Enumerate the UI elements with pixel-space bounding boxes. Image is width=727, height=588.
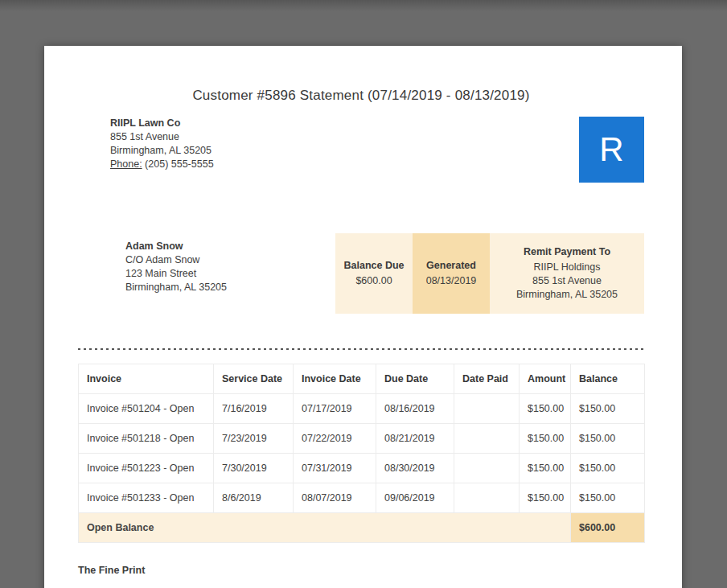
remit-label: Remit Payment To: [524, 245, 610, 259]
cell-amount: $150.00: [520, 424, 571, 454]
generated-value: 08/13/2019: [426, 274, 477, 288]
cell-balance: $150.00: [571, 394, 645, 424]
fine-print-section: The Fine Print Thank you for your busine…: [78, 565, 644, 588]
column-header-due-date: Due Date: [376, 364, 454, 394]
table-header-row: Invoice Service Date Invoice Date Due Da…: [79, 364, 645, 394]
customer-line3: Birmingham, AL 35205: [125, 281, 227, 294]
remit-line2: 855 1st Avenue: [532, 274, 602, 288]
cell-amount: $150.00: [520, 454, 571, 483]
phone-label: Phone:: [110, 158, 142, 170]
cell-invoice: Invoice #501218 - Open: [79, 424, 214, 454]
cell-invoice-date: 07/31/2019: [294, 454, 376, 483]
cell-service-date: 7/16/2019: [214, 394, 294, 424]
logo-letter: R: [599, 133, 623, 167]
cell-amount: $150.00: [520, 483, 571, 513]
cell-invoice-date: 08/07/2019: [294, 483, 376, 513]
column-header-invoice: Invoice: [79, 364, 214, 394]
customer-line1: C/O Adam Snow: [125, 253, 227, 267]
column-header-amount: Amount: [520, 364, 571, 394]
cell-service-date: 7/30/2019: [214, 454, 294, 483]
balance-due-value: $600.00: [355, 274, 392, 288]
cell-invoice: Invoice #501223 - Open: [79, 454, 214, 483]
balance-due-cell: Balance Due $600.00: [335, 233, 413, 314]
cell-balance: $150.00: [571, 454, 645, 483]
customer-address-block: Adam Snow C/O Adam Snow 123 Main Street …: [125, 240, 227, 294]
fine-print-heading: The Fine Print: [78, 565, 644, 576]
generated-label: Generated: [426, 259, 476, 273]
company-logo: R: [579, 117, 644, 183]
column-header-balance: Balance: [571, 364, 645, 394]
remit-line3: Birmingham, AL 35205: [516, 288, 618, 302]
cell-invoice: Invoice #501233 - Open: [79, 483, 214, 513]
page-title: Customer #5896 Statement (07/14/2019 - 0…: [78, 88, 644, 104]
cell-service-date: 8/6/2019: [214, 483, 294, 513]
column-header-date-paid: Date Paid: [454, 364, 520, 394]
remit-payment-cell: Remit Payment To RIIPL Holdings 855 1st …: [490, 233, 644, 314]
statement-page: Customer #5896 Statement (07/14/2019 - 0…: [44, 46, 682, 588]
company-phone: Phone: (205) 555-5555: [110, 158, 214, 171]
table-row: Invoice #501204 - Open 7/16/2019 07/17/2…: [79, 394, 645, 424]
cell-date-paid: [454, 424, 520, 454]
cell-due-date: 08/16/2019: [376, 394, 454, 424]
cell-date-paid: [454, 454, 520, 483]
cell-date-paid: [454, 483, 520, 513]
customer-name: Adam Snow: [125, 240, 227, 253]
open-balance-label: Open Balance: [79, 513, 571, 543]
cell-invoice-date: 07/22/2019: [294, 424, 376, 454]
company-name: RIIPL Lawn Co: [110, 117, 214, 130]
cell-balance: $150.00: [571, 424, 645, 454]
company-address-line1: 855 1st Avenue: [110, 130, 214, 144]
table-row: Invoice #501223 - Open 7/30/2019 07/31/2…: [79, 454, 645, 483]
balance-due-label: Balance Due: [343, 259, 404, 273]
table-row: Invoice #501233 - Open 8/6/2019 08/07/20…: [79, 483, 645, 513]
open-balance-value: $600.00: [571, 513, 645, 543]
cell-due-date: 08/30/2019: [376, 454, 454, 483]
open-balance-row: Open Balance $600.00: [79, 513, 645, 543]
cell-invoice: Invoice #501204 - Open: [79, 394, 214, 424]
billing-section: Adam Snow C/O Adam Snow 123 Main Street …: [78, 233, 644, 314]
table-row: Invoice #501218 - Open 7/23/2019 07/22/2…: [79, 424, 645, 454]
cell-due-date: 08/21/2019: [376, 424, 454, 454]
remit-line1: RIIPL Holdings: [534, 261, 601, 274]
phone-value: (205) 555-5555: [145, 158, 213, 170]
cell-date-paid: [454, 394, 520, 424]
company-address-block: RIIPL Lawn Co 855 1st Avenue Birmingham,…: [110, 117, 214, 171]
cell-invoice-date: 07/17/2019: [294, 394, 376, 424]
column-header-service-date: Service Date: [214, 364, 294, 394]
company-address-line2: Birmingham, AL 35205: [110, 144, 214, 158]
cell-amount: $150.00: [520, 394, 571, 424]
invoice-table: Invoice Service Date Invoice Date Due Da…: [78, 364, 645, 543]
dotted-divider: [78, 348, 644, 350]
cell-service-date: 7/23/2019: [214, 424, 294, 454]
payment-summary-box: Balance Due $600.00 Generated 08/13/2019…: [335, 233, 644, 314]
cell-due-date: 09/06/2019: [376, 483, 454, 513]
column-header-invoice-date: Invoice Date: [294, 364, 376, 394]
generated-cell: Generated 08/13/2019: [413, 233, 490, 314]
cell-balance: $150.00: [571, 483, 645, 513]
header-section: RIIPL Lawn Co 855 1st Avenue Birmingham,…: [78, 117, 644, 183]
customer-line2: 123 Main Street: [125, 267, 227, 281]
